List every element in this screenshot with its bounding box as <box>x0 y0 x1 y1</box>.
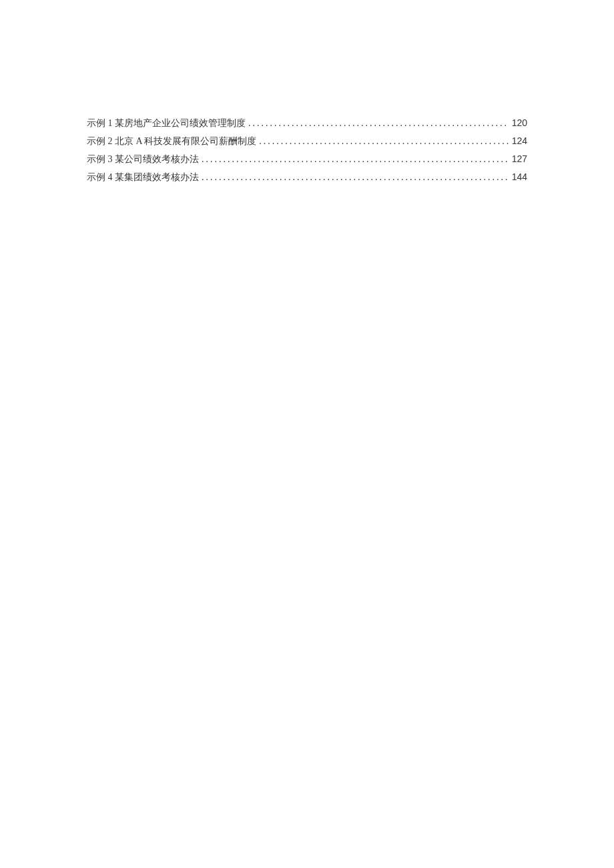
toc-leader-dots <box>259 133 509 150</box>
toc-container: 示例 1 某房地产企业公司绩效管理制度 120 示例 2 北京 A 科技发展有限… <box>87 114 527 186</box>
toc-entry: 示例 2 北京 A 科技发展有限公司薪酬制度 124 <box>87 132 527 150</box>
toc-entry-title: 示例 1 某房地产企业公司绩效管理制度 <box>87 115 246 132</box>
toc-leader-dots <box>248 115 509 132</box>
toc-entry-page: 127 <box>512 150 527 167</box>
toc-leader-dots <box>202 169 509 186</box>
toc-entry-title: 示例 4 某集团绩效考核办法 <box>87 169 199 186</box>
toc-entry-page: 124 <box>512 132 527 149</box>
toc-entry-title: 示例 2 北京 A 科技发展有限公司薪酬制度 <box>87 133 256 150</box>
toc-entry-page: 144 <box>512 168 527 185</box>
toc-entry-title: 示例 3 某公司绩效考核办法 <box>87 151 199 168</box>
toc-entry: 示例 1 某房地产企业公司绩效管理制度 120 <box>87 114 527 132</box>
toc-entry-page: 120 <box>512 114 527 131</box>
toc-leader-dots <box>202 151 509 168</box>
toc-entry: 示例 3 某公司绩效考核办法 127 <box>87 150 527 168</box>
toc-entry: 示例 4 某集团绩效考核办法 144 <box>87 168 527 186</box>
